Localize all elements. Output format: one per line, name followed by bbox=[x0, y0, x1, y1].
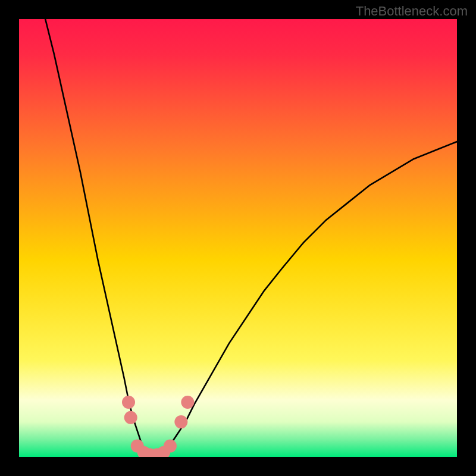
marker-point bbox=[122, 396, 135, 409]
plot-frame bbox=[19, 19, 457, 457]
marker-point bbox=[174, 415, 187, 428]
marker-point bbox=[164, 440, 177, 453]
marker-point bbox=[181, 396, 194, 409]
plot-svg bbox=[19, 19, 457, 457]
marker-point bbox=[124, 411, 137, 424]
plot-background bbox=[19, 19, 457, 457]
attribution-label: TheBottleneck.com bbox=[356, 4, 468, 19]
